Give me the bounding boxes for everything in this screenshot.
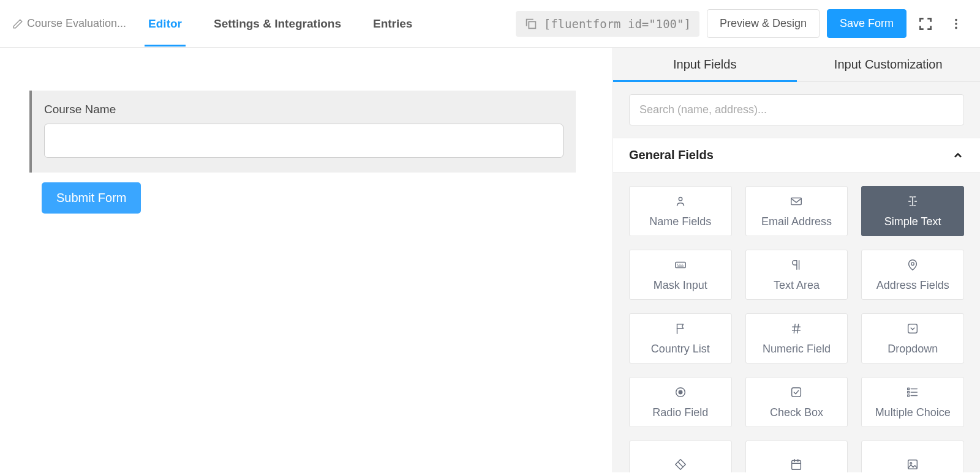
search-input[interactable] bbox=[629, 94, 964, 125]
field-card-numeric-field[interactable]: Numeric Field bbox=[745, 313, 848, 363]
preview-button[interactable]: Preview & Design bbox=[707, 9, 820, 38]
section-title: General Fields bbox=[629, 148, 714, 162]
field-card-label: Email Address bbox=[761, 215, 832, 228]
form-canvas: Course Name Submit Form bbox=[0, 48, 612, 472]
pilcrow-icon bbox=[790, 258, 803, 274]
field-card-multiple-choice[interactable]: Multiple Choice bbox=[861, 377, 964, 427]
chevron-square-icon bbox=[906, 322, 919, 338]
field-grid: Name FieldsEmail AddressSimple TextMask … bbox=[613, 173, 980, 472]
section-header-general[interactable]: General Fields bbox=[613, 138, 980, 173]
field-card-label: Name Fields bbox=[649, 215, 711, 228]
field-card-name-fields[interactable]: Name Fields bbox=[629, 186, 732, 236]
svg-rect-5 bbox=[791, 198, 802, 204]
svg-rect-15 bbox=[792, 461, 801, 470]
field-card-label: Address Fields bbox=[876, 279, 949, 292]
sidebar-tabs: Input Fields Input Customization bbox=[613, 48, 980, 82]
field-card-text-area[interactable]: Text Area bbox=[745, 250, 848, 300]
pin-icon bbox=[906, 258, 919, 274]
field-card-label: Numeric Field bbox=[763, 343, 831, 356]
svg-rect-16 bbox=[908, 460, 918, 469]
search-wrap bbox=[613, 82, 980, 138]
field-card-label: Country List bbox=[651, 343, 710, 356]
main-tabs: Editor Settings & Integrations Entries bbox=[145, 1, 516, 47]
chevron-up-icon bbox=[952, 149, 964, 162]
field-card-simple-text[interactable]: Simple Text bbox=[861, 186, 964, 236]
text-cursor-icon bbox=[906, 195, 919, 210]
topbar: Course Evaluation... Editor Settings & I… bbox=[0, 0, 980, 48]
field-card-label: Text Area bbox=[774, 279, 820, 292]
svg-point-1 bbox=[955, 18, 957, 21]
field-card-field-14[interactable] bbox=[745, 441, 848, 472]
save-button[interactable]: Save Form bbox=[827, 9, 907, 38]
field-card-label: Mask Input bbox=[654, 279, 707, 292]
copy-icon bbox=[524, 17, 538, 31]
field-card-label: Multiple Choice bbox=[875, 406, 951, 419]
radio-icon bbox=[674, 385, 687, 401]
form-title[interactable]: Course Evaluation... bbox=[12, 17, 126, 30]
svg-rect-13 bbox=[908, 391, 910, 393]
sidebar-tab-input-customization[interactable]: Input Customization bbox=[797, 48, 981, 81]
flag-icon bbox=[674, 322, 687, 338]
pencil-icon bbox=[12, 18, 23, 29]
sidebar: Input Fields Input Customization General… bbox=[612, 48, 980, 472]
field-card-dropdown[interactable]: Dropdown bbox=[861, 313, 964, 363]
field-card-field-13[interactable] bbox=[629, 441, 732, 472]
more-vert-icon bbox=[949, 17, 963, 31]
field-label: Course Name bbox=[44, 103, 564, 116]
shortcode-text: [fluentform id="100"] bbox=[544, 17, 691, 31]
form-field-block[interactable]: Course Name bbox=[29, 91, 576, 173]
calendar-icon bbox=[790, 458, 803, 472]
fullscreen-icon bbox=[918, 16, 933, 32]
field-card-country-list[interactable]: Country List bbox=[629, 313, 732, 363]
tab-entries[interactable]: Entries bbox=[369, 1, 416, 47]
svg-point-2 bbox=[955, 23, 957, 25]
field-card-radio-field[interactable]: Radio Field bbox=[629, 377, 732, 427]
field-card-label: Simple Text bbox=[884, 215, 941, 228]
image-icon bbox=[906, 458, 919, 472]
course-name-input[interactable] bbox=[44, 124, 564, 158]
right-actions: [fluentform id="100"] Preview & Design S… bbox=[516, 9, 968, 38]
svg-point-10 bbox=[679, 390, 682, 394]
field-card-check-box[interactable]: Check Box bbox=[745, 377, 848, 427]
svg-rect-12 bbox=[908, 388, 910, 390]
field-card-field-15[interactable] bbox=[861, 441, 964, 472]
svg-rect-0 bbox=[529, 21, 535, 28]
submit-button[interactable]: Submit Form bbox=[42, 182, 141, 214]
diamond-icon bbox=[674, 458, 687, 472]
svg-point-3 bbox=[955, 26, 957, 29]
keyboard-icon bbox=[674, 258, 687, 274]
field-card-label: Check Box bbox=[770, 406, 823, 419]
svg-point-7 bbox=[911, 262, 914, 265]
svg-rect-11 bbox=[792, 387, 801, 397]
field-card-label: Dropdown bbox=[888, 343, 938, 356]
main: Course Name Submit Form Input Fields Inp… bbox=[0, 48, 980, 472]
user-icon bbox=[674, 195, 687, 210]
field-card-mask-input[interactable]: Mask Input bbox=[629, 250, 732, 300]
more-button[interactable] bbox=[944, 12, 968, 35]
svg-point-4 bbox=[679, 197, 682, 201]
check-icon bbox=[790, 385, 803, 401]
svg-rect-8 bbox=[908, 324, 918, 333]
field-card-label: Radio Field bbox=[652, 406, 708, 419]
hash-icon bbox=[790, 322, 803, 338]
svg-rect-6 bbox=[676, 262, 686, 267]
fullscreen-button[interactable] bbox=[914, 12, 937, 35]
field-card-email-address[interactable]: Email Address bbox=[745, 186, 848, 236]
tab-editor[interactable]: Editor bbox=[145, 1, 186, 47]
field-card-address-fields[interactable]: Address Fields bbox=[861, 250, 964, 300]
sidebar-tab-input-fields[interactable]: Input Fields bbox=[613, 48, 797, 81]
tab-settings[interactable]: Settings & Integrations bbox=[210, 1, 345, 47]
svg-point-17 bbox=[910, 463, 912, 464]
svg-rect-14 bbox=[908, 395, 910, 397]
envelope-icon bbox=[790, 195, 803, 210]
shortcode-copy[interactable]: [fluentform id="100"] bbox=[516, 11, 699, 37]
form-title-text: Course Evaluation... bbox=[27, 17, 126, 30]
list-icon bbox=[906, 385, 919, 401]
